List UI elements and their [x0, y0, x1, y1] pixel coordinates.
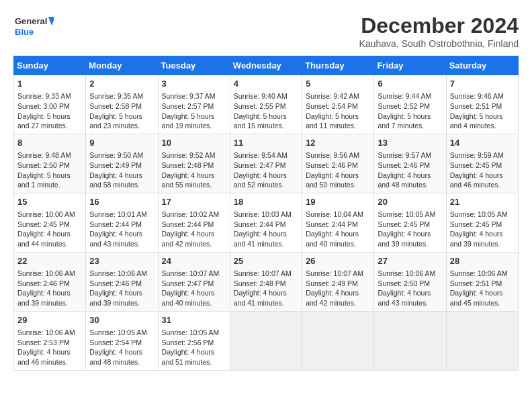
- calendar-cell: 10Sunrise: 9:52 AM Sunset: 2:48 PM Dayli…: [158, 134, 230, 193]
- calendar-cell: [302, 311, 374, 370]
- day-info: Sunrise: 10:06 AM Sunset: 2:50 PM Daylig…: [378, 269, 442, 308]
- calendar-cell: [230, 311, 302, 370]
- calendar-cell: 16Sunrise: 10:01 AM Sunset: 2:44 PM Dayl…: [86, 193, 158, 252]
- day-info: Sunrise: 9:44 AM Sunset: 2:52 PM Dayligh…: [378, 91, 442, 131]
- day-info: Sunrise: 9:42 AM Sunset: 2:54 PM Dayligh…: [306, 91, 370, 131]
- calendar-cell: 25Sunrise: 10:07 AM Sunset: 2:48 PM Dayl…: [230, 252, 302, 311]
- header-saturday: Saturday: [446, 56, 518, 75]
- day-info: Sunrise: 10:05 AM Sunset: 2:54 PM Daylig…: [89, 328, 154, 367]
- day-number: 24: [162, 255, 226, 267]
- svg-text:Blue: Blue: [15, 27, 34, 37]
- calendar-cell: [446, 311, 518, 370]
- day-info: Sunrise: 9:37 AM Sunset: 2:57 PM Dayligh…: [162, 91, 226, 131]
- day-number: 22: [17, 255, 82, 267]
- calendar-cell: 3Sunrise: 9:37 AM Sunset: 2:57 PM Daylig…: [158, 75, 230, 134]
- day-number: 23: [89, 255, 154, 267]
- day-info: Sunrise: 9:50 AM Sunset: 2:49 PM Dayligh…: [89, 150, 154, 190]
- calendar-cell: 6Sunrise: 9:44 AM Sunset: 2:52 PM Daylig…: [374, 75, 446, 134]
- day-info: Sunrise: 9:57 AM Sunset: 2:46 PM Dayligh…: [378, 150, 442, 190]
- day-info: Sunrise: 10:05 AM Sunset: 2:56 PM Daylig…: [162, 328, 226, 367]
- day-number: 10: [162, 137, 226, 149]
- calendar-cell: 13Sunrise: 9:57 AM Sunset: 2:46 PM Dayli…: [374, 134, 446, 193]
- day-number: 25: [234, 255, 298, 267]
- day-info: Sunrise: 9:33 AM Sunset: 3:00 PM Dayligh…: [17, 91, 82, 131]
- calendar-cell: 7Sunrise: 9:46 AM Sunset: 2:51 PM Daylig…: [446, 75, 518, 134]
- day-info: Sunrise: 9:40 AM Sunset: 2:55 PM Dayligh…: [234, 91, 298, 131]
- day-info: Sunrise: 9:48 AM Sunset: 2:50 PM Dayligh…: [17, 150, 82, 190]
- svg-text:General: General: [15, 16, 47, 26]
- logo: General Blue: [13, 13, 54, 47]
- calendar-cell: 27Sunrise: 10:06 AM Sunset: 2:50 PM Dayl…: [374, 252, 446, 311]
- day-number: 5: [306, 78, 370, 90]
- day-number: 8: [17, 137, 82, 149]
- day-info: Sunrise: 10:06 AM Sunset: 2:53 PM Daylig…: [17, 328, 82, 367]
- calendar-cell: 9Sunrise: 9:50 AM Sunset: 2:49 PM Daylig…: [86, 134, 158, 193]
- day-number: 16: [89, 196, 154, 208]
- calendar-cell: 15Sunrise: 10:00 AM Sunset: 2:45 PM Dayl…: [14, 193, 86, 252]
- day-number: 15: [17, 196, 82, 208]
- day-info: Sunrise: 10:06 AM Sunset: 2:46 PM Daylig…: [17, 269, 82, 308]
- day-number: 2: [89, 78, 154, 90]
- header-wednesday: Wednesday: [230, 56, 302, 75]
- day-info: Sunrise: 9:54 AM Sunset: 2:47 PM Dayligh…: [234, 150, 298, 190]
- calendar-cell: 29Sunrise: 10:06 AM Sunset: 2:53 PM Dayl…: [14, 311, 86, 370]
- header-friday: Friday: [374, 56, 446, 75]
- day-info: Sunrise: 9:46 AM Sunset: 2:51 PM Dayligh…: [450, 91, 515, 131]
- day-info: Sunrise: 9:52 AM Sunset: 2:48 PM Dayligh…: [162, 150, 226, 190]
- day-number: 31: [162, 314, 226, 326]
- calendar-body: 1Sunrise: 9:33 AM Sunset: 3:00 PM Daylig…: [14, 75, 519, 371]
- day-number: 18: [234, 196, 298, 208]
- day-number: 12: [306, 137, 370, 149]
- page-header: General Blue December 2024 Kauhava, Sout…: [13, 13, 519, 49]
- title-area: December 2024 Kauhava, South Ostrobothni…: [359, 13, 519, 49]
- day-info: Sunrise: 10:05 AM Sunset: 2:45 PM Daylig…: [450, 210, 515, 249]
- day-number: 21: [450, 196, 515, 208]
- day-number: 19: [306, 196, 370, 208]
- day-number: 11: [234, 137, 298, 149]
- calendar-cell: 11Sunrise: 9:54 AM Sunset: 2:47 PM Dayli…: [230, 134, 302, 193]
- logo-svg: General Blue: [13, 13, 54, 47]
- day-info: Sunrise: 10:04 AM Sunset: 2:44 PM Daylig…: [306, 210, 370, 249]
- calendar-cell: 28Sunrise: 10:06 AM Sunset: 2:51 PM Dayl…: [446, 252, 518, 311]
- calendar-cell: 23Sunrise: 10:06 AM Sunset: 2:46 PM Dayl…: [86, 252, 158, 311]
- day-number: 20: [378, 196, 442, 208]
- calendar-cell: 1Sunrise: 9:33 AM Sunset: 3:00 PM Daylig…: [14, 75, 86, 134]
- day-number: 14: [450, 137, 515, 149]
- header-monday: Monday: [86, 56, 158, 75]
- calendar-title: December 2024: [359, 13, 519, 38]
- calendar-cell: 22Sunrise: 10:06 AM Sunset: 2:46 PM Dayl…: [14, 252, 86, 311]
- calendar-subtitle: Kauhava, South Ostrobothnia, Finland: [359, 38, 519, 49]
- day-number: 17: [162, 196, 226, 208]
- day-info: Sunrise: 9:35 AM Sunset: 2:58 PM Dayligh…: [89, 91, 154, 131]
- day-info: Sunrise: 10:07 AM Sunset: 2:47 PM Daylig…: [162, 269, 226, 308]
- header-tuesday: Tuesday: [158, 56, 230, 75]
- calendar-cell: 21Sunrise: 10:05 AM Sunset: 2:45 PM Dayl…: [446, 193, 518, 252]
- day-number: 3: [162, 78, 226, 90]
- day-info: Sunrise: 10:02 AM Sunset: 2:44 PM Daylig…: [162, 210, 226, 249]
- day-number: 4: [234, 78, 298, 90]
- calendar-cell: 30Sunrise: 10:05 AM Sunset: 2:54 PM Dayl…: [86, 311, 158, 370]
- day-info: Sunrise: 10:07 AM Sunset: 2:48 PM Daylig…: [234, 269, 298, 308]
- calendar-cell: 14Sunrise: 9:59 AM Sunset: 2:45 PM Dayli…: [446, 134, 518, 193]
- day-number: 13: [378, 137, 442, 149]
- day-info: Sunrise: 9:56 AM Sunset: 2:46 PM Dayligh…: [306, 150, 370, 190]
- day-info: Sunrise: 10:01 AM Sunset: 2:44 PM Daylig…: [89, 210, 154, 249]
- calendar-row: 15Sunrise: 10:00 AM Sunset: 2:45 PM Dayl…: [14, 193, 519, 252]
- day-number: 9: [89, 137, 154, 149]
- calendar-cell: 20Sunrise: 10:05 AM Sunset: 2:45 PM Dayl…: [374, 193, 446, 252]
- day-number: 7: [450, 78, 515, 90]
- calendar-cell: 4Sunrise: 9:40 AM Sunset: 2:55 PM Daylig…: [230, 75, 302, 134]
- calendar-row: 29Sunrise: 10:06 AM Sunset: 2:53 PM Dayl…: [14, 311, 519, 370]
- calendar-cell: 19Sunrise: 10:04 AM Sunset: 2:44 PM Dayl…: [302, 193, 374, 252]
- day-number: 29: [17, 314, 82, 326]
- day-info: Sunrise: 10:00 AM Sunset: 2:45 PM Daylig…: [17, 210, 82, 249]
- calendar-cell: 31Sunrise: 10:05 AM Sunset: 2:56 PM Dayl…: [158, 311, 230, 370]
- calendar-cell: 2Sunrise: 9:35 AM Sunset: 2:58 PM Daylig…: [86, 75, 158, 134]
- day-info: Sunrise: 10:07 AM Sunset: 2:49 PM Daylig…: [306, 269, 370, 308]
- day-number: 28: [450, 255, 515, 267]
- calendar-table: Sunday Monday Tuesday Wednesday Thursday…: [13, 56, 519, 371]
- calendar-cell: 17Sunrise: 10:02 AM Sunset: 2:44 PM Dayl…: [158, 193, 230, 252]
- day-number: 26: [306, 255, 370, 267]
- header-thursday: Thursday: [302, 56, 374, 75]
- svg-marker-2: [48, 17, 54, 26]
